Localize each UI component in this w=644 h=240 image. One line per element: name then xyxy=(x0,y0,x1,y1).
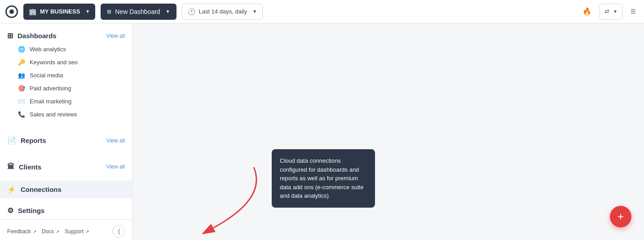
clients-section: 🏛 Clients View all xyxy=(0,155,132,177)
business-selector[interactable]: 🏢 MY BUSINESS ▼ xyxy=(23,4,95,20)
chevron-down-icon-3: ▼ xyxy=(252,9,257,14)
external-icon-docs: ↗ xyxy=(56,229,59,234)
phone-icon: 📞 xyxy=(18,111,25,118)
chevron-down-icon-4: ▼ xyxy=(613,9,618,14)
sidebar-item-keywords-seo[interactable]: 🔑 Keywords and seo xyxy=(0,56,132,69)
main-content: Cloud data connections configured for da… xyxy=(132,23,644,240)
support-label: Support xyxy=(65,228,84,235)
main-layout: ⊞ Dashboards View all 🌐 Web analytics 🔑 … xyxy=(0,23,644,240)
sidebar-item-web-analytics[interactable]: 🌐 Web analytics xyxy=(0,43,132,56)
clock-icon: 🕐 xyxy=(188,8,195,15)
sidebar-item-connections[interactable]: ⚡ Connections xyxy=(0,181,132,198)
business-icon: 🏢 xyxy=(29,8,36,15)
sidebar: ⊞ Dashboards View all 🌐 Web analytics 🔑 … xyxy=(0,23,132,240)
clients-header: 🏛 Clients View all xyxy=(0,158,132,173)
paid-advertising-label: Paid advertising xyxy=(30,85,71,92)
logo-icon xyxy=(5,5,18,18)
date-range-selector[interactable]: 🕐 Last 14 days, daily ▼ xyxy=(182,4,263,20)
sidebar-item-email-marketing[interactable]: ✉️ Email marketing xyxy=(0,95,132,108)
menu-button[interactable]: ☰ xyxy=(626,4,640,20)
reports-icon: 📄 xyxy=(7,136,16,145)
dashboard-selector[interactable]: ⊞ New Dashboard ▼ xyxy=(101,4,176,20)
share-icon: ⇄ xyxy=(604,8,609,15)
reports-section: 📄 Reports View all xyxy=(0,128,132,151)
feedback-label: Feedback xyxy=(7,228,31,235)
external-icon-feedback: ↗ xyxy=(33,229,36,234)
dashboards-header: ⊞ Dashboards View all xyxy=(0,27,132,43)
clients-title: 🏛 Clients xyxy=(7,163,41,171)
reports-label: Reports xyxy=(21,137,46,144)
sidebar-item-settings[interactable]: ⚙ Settings xyxy=(0,202,132,219)
dashboards-icon: ⊞ xyxy=(7,31,13,40)
target-icon: 🎯 xyxy=(18,85,25,92)
clients-label: Clients xyxy=(19,163,41,171)
web-analytics-label: Web analytics xyxy=(30,46,66,53)
email-icon: ✉️ xyxy=(18,98,25,105)
social-icon: 👥 xyxy=(18,72,25,79)
reports-title: 📄 Reports xyxy=(7,136,46,145)
collapse-icon: ⟨ xyxy=(118,228,120,235)
reports-header: 📄 Reports View all xyxy=(0,132,132,147)
tooltip-text: Cloud data connections configured for da… xyxy=(280,157,363,199)
sidebar-item-sales-reviews[interactable]: 📞 Sales and reviews xyxy=(0,108,132,121)
arrow-indicator xyxy=(186,163,276,235)
clients-view-all[interactable]: View all xyxy=(106,164,125,170)
logo-button[interactable] xyxy=(4,4,20,20)
docs-label: Docs xyxy=(42,228,54,235)
sidebar-footer: Feedback ↗ Docs ↗ Support ↗ ⟨ xyxy=(0,219,132,240)
date-range-label: Last 14 days, daily xyxy=(199,8,247,15)
globe-icon: 🌐 xyxy=(18,46,25,53)
docs-link[interactable]: Docs ↗ xyxy=(42,228,59,235)
collapse-sidebar-button[interactable]: ⟨ xyxy=(112,225,125,238)
reports-view-all[interactable]: View all xyxy=(106,138,125,144)
fire-button[interactable]: 🔥 xyxy=(578,4,596,20)
fire-icon: 🔥 xyxy=(582,7,591,16)
business-label: MY BUSINESS xyxy=(40,8,80,15)
chevron-down-icon: ▼ xyxy=(85,9,90,14)
settings-label: Settings xyxy=(18,207,44,214)
grid-icon: ⊞ xyxy=(107,9,111,15)
support-link[interactable]: Support ↗ xyxy=(65,228,89,235)
add-fab-button[interactable]: + xyxy=(610,206,631,227)
feedback-link[interactable]: Feedback ↗ xyxy=(7,228,36,235)
chevron-down-icon-2: ▼ xyxy=(166,9,170,14)
email-marketing-label: Email marketing xyxy=(30,98,71,105)
key-icon: 🔑 xyxy=(18,59,25,66)
dashboards-view-all[interactable]: View all xyxy=(106,33,125,39)
share-button[interactable]: ⇄ ▼ xyxy=(600,4,622,20)
add-icon: + xyxy=(618,210,624,223)
sidebar-item-social-media[interactable]: 👥 Social media xyxy=(0,69,132,82)
dashboards-section: ⊞ Dashboards View all 🌐 Web analytics 🔑 … xyxy=(0,23,132,124)
connections-label: Connections xyxy=(21,186,62,193)
dashboards-title: ⊞ Dashboards xyxy=(7,31,57,40)
hamburger-icon: ☰ xyxy=(631,8,636,15)
top-header: 🏢 MY BUSINESS ▼ ⊞ New Dashboard ▼ 🕐 Last… xyxy=(0,0,644,23)
connections-icon: ⚡ xyxy=(7,185,16,194)
external-icon-support: ↗ xyxy=(85,229,89,234)
social-media-label: Social media xyxy=(30,72,63,79)
tooltip-box: Cloud data connections configured for da… xyxy=(272,149,375,208)
sales-reviews-label: Sales and reviews xyxy=(30,111,77,118)
dashboard-label: New Dashboard xyxy=(115,8,160,15)
clients-icon: 🏛 xyxy=(7,163,14,171)
sidebar-item-paid-advertising[interactable]: 🎯 Paid advertising xyxy=(0,82,132,95)
keywords-seo-label: Keywords and seo xyxy=(30,59,78,66)
dashboards-label: Dashboards xyxy=(18,32,57,40)
settings-icon: ⚙ xyxy=(7,206,13,215)
